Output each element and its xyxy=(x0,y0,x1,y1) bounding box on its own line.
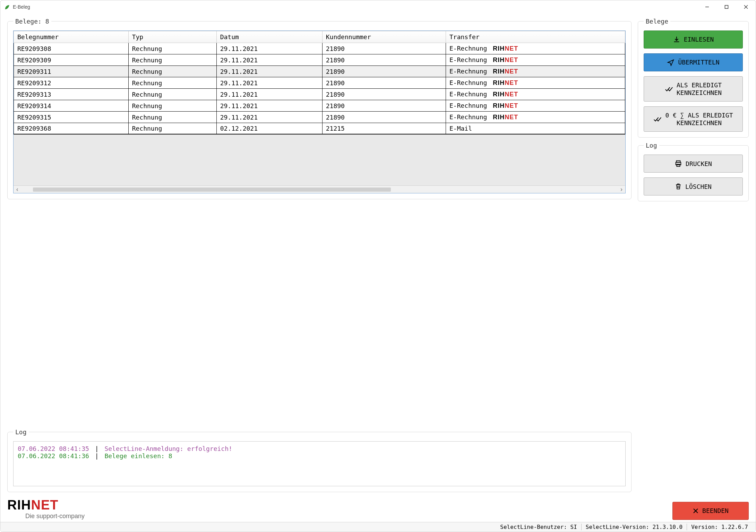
drucken-button[interactable]: DRUCKEN xyxy=(644,155,743,173)
window-title: E-Beleg xyxy=(13,4,30,10)
table-empty-area xyxy=(14,134,625,185)
belege-legend: Belege: 8 xyxy=(13,18,51,25)
table-row[interactable]: RE9209313Rechnung29.11.202121890E-Rechnu… xyxy=(14,89,625,100)
actions-log-legend: Log xyxy=(644,142,659,149)
belege-table-container: BelegnummerTypDatumKundennummerTransfer … xyxy=(13,30,626,193)
actions-belege-legend: Belege xyxy=(644,18,670,25)
table-cell: 21890 xyxy=(322,112,446,123)
column-header[interactable]: Transfer xyxy=(446,31,625,43)
table-cell: 21890 xyxy=(322,43,446,54)
maximize-button[interactable] xyxy=(717,0,736,14)
table-cell: 21890 xyxy=(322,54,446,66)
double-check-icon xyxy=(653,116,662,123)
svg-rect-1 xyxy=(725,6,728,9)
column-header[interactable]: Kundennummer xyxy=(322,31,446,43)
table-cell: 21890 xyxy=(322,89,446,100)
table-cell: 21890 xyxy=(322,100,446,112)
scroll-thumb[interactable] xyxy=(33,187,391,192)
table-cell-transfer: E-Rechnung RIHNET xyxy=(446,77,625,89)
table-cell: 29.11.2021 xyxy=(216,89,322,100)
loeschen-button[interactable]: LÖSCHEN xyxy=(644,177,743,195)
table-row[interactable]: RE9209315Rechnung29.11.202121890E-Rechnu… xyxy=(14,112,625,123)
app-window: E-Beleg Belege: 8 BelegnummerTypDatumKun… xyxy=(0,0,756,532)
table-cell: 21890 xyxy=(322,77,446,89)
table-cell-transfer: E-Rechnung RIHNET xyxy=(446,89,625,100)
table-row[interactable]: RE9209314Rechnung29.11.202121890E-Rechnu… xyxy=(14,100,625,112)
close-button[interactable] xyxy=(736,0,756,14)
mark-done-button[interactable]: ALS ERLEDIGT KENNZEICHNEN xyxy=(644,76,743,102)
table-cell: RE9209368 xyxy=(14,123,129,134)
table-cell: 29.11.2021 xyxy=(216,66,322,77)
log-line: 07.06.2022 08:41:36 | Belege einlesen: 8 xyxy=(18,452,621,460)
table-cell: RE9209314 xyxy=(14,100,129,112)
rihnet-logo-icon: RIHNET xyxy=(493,91,518,98)
minimize-button[interactable] xyxy=(697,0,717,14)
log-group: Log 07.06.2022 08:41:35 | SelectLine-Anm… xyxy=(7,428,632,492)
belege-table[interactable]: BelegnummerTypDatumKundennummerTransfer … xyxy=(14,31,625,134)
log-line: 07.06.2022 08:41:35 | SelectLine-Anmeldu… xyxy=(18,445,621,452)
table-cell: 21890 xyxy=(322,66,446,77)
table-cell: RE9209309 xyxy=(14,54,129,66)
table-row[interactable]: RE9209368Rechnung02.12.202121215E-Mail xyxy=(14,123,625,134)
scroll-left-icon[interactable]: ‹ xyxy=(14,186,21,193)
uebermitteln-button[interactable]: ÜBERMITTELN xyxy=(644,53,743,71)
print-icon xyxy=(675,160,682,167)
table-cell: RE9209308 xyxy=(14,43,129,54)
table-row[interactable]: RE9209308Rechnung29.11.202121890E-Rechnu… xyxy=(14,43,625,54)
table-cell: 21215 xyxy=(322,123,446,134)
column-header[interactable]: Datum xyxy=(216,31,322,43)
table-cell: 29.11.2021 xyxy=(216,112,322,123)
rihnet-logo-icon: RIHNET xyxy=(493,102,518,109)
send-icon xyxy=(667,59,675,66)
table-cell: Rechnung xyxy=(128,66,216,77)
table-cell: 29.11.2021 xyxy=(216,77,322,89)
belege-group: Belege: 8 BelegnummerTypDatumKundennumme… xyxy=(7,18,632,199)
table-row[interactable]: RE9209311Rechnung29.11.202121890E-Rechnu… xyxy=(14,66,625,77)
table-cell: 29.11.2021 xyxy=(216,100,322,112)
table-row[interactable]: RE9209312Rechnung29.11.202121890E-Rechnu… xyxy=(14,77,625,89)
actions-log-group: Log DRUCKEN LÖSCHEN xyxy=(638,142,749,201)
table-cell: Rechnung xyxy=(128,89,216,100)
rihnet-logo-icon: RIHNET xyxy=(493,79,518,86)
leaf-icon xyxy=(4,4,10,10)
table-cell: RE9209315 xyxy=(14,112,129,123)
rihnet-logo-icon: RIHNET xyxy=(493,56,518,63)
close-icon xyxy=(693,508,699,514)
mark-zero-done-button[interactable]: 0 € ∑ ALS ERLEDIGT KENNZEICHNEN xyxy=(644,106,743,132)
table-cell: 29.11.2021 xyxy=(216,43,322,54)
rihnet-logo-icon: RIHNET xyxy=(493,114,518,121)
table-cell-transfer: E-Rechnung RIHNET xyxy=(446,100,625,112)
double-check-icon xyxy=(665,86,673,93)
table-cell-transfer: E-Rechnung RIHNET xyxy=(446,43,625,54)
horizontal-scrollbar[interactable]: ‹ › xyxy=(14,185,625,193)
log-output[interactable]: 07.06.2022 08:41:35 | SelectLine-Anmeldu… xyxy=(13,441,626,486)
rihnet-logo-icon: RIHNET xyxy=(493,45,518,52)
download-icon xyxy=(673,36,680,43)
table-cell: 02.12.2021 xyxy=(216,123,322,134)
table-cell: Rechnung xyxy=(128,112,216,123)
table-cell: RE9209312 xyxy=(14,77,129,89)
statusbar: SelectLine-Benutzer: SI SelectLine-Versi… xyxy=(0,522,756,532)
rihnet-logo-icon: RIHNET xyxy=(493,68,518,75)
einlesen-button[interactable]: EINLESEN xyxy=(644,30,743,49)
trash-icon xyxy=(675,183,682,190)
table-cell: Rechnung xyxy=(128,54,216,66)
titlebar: E-Beleg xyxy=(0,0,756,14)
table-cell-transfer: E-Rechnung RIHNET xyxy=(446,54,625,66)
table-cell: Rechnung xyxy=(128,100,216,112)
brand-logo: RIHNET Die support-company xyxy=(7,498,85,520)
table-cell: RE9209311 xyxy=(14,66,129,77)
table-cell: Rechnung xyxy=(128,43,216,54)
column-header[interactable]: Typ xyxy=(128,31,216,43)
beenden-button[interactable]: BEENDEN xyxy=(672,502,749,520)
log-legend: Log xyxy=(13,428,29,436)
table-cell: RE9209313 xyxy=(14,89,129,100)
column-header[interactable]: Belegnummer xyxy=(14,31,129,43)
actions-belege-group: Belege EINLESEN ÜBERMITTELN xyxy=(638,18,749,138)
table-row[interactable]: RE9209309Rechnung29.11.202121890E-Rechnu… xyxy=(14,54,625,66)
table-cell: 29.11.2021 xyxy=(216,54,322,66)
table-cell-transfer: E-Rechnung RIHNET xyxy=(446,66,625,77)
scroll-right-icon[interactable]: › xyxy=(618,186,625,193)
table-cell: Rechnung xyxy=(128,77,216,89)
table-cell-transfer: E-Mail xyxy=(446,123,625,134)
